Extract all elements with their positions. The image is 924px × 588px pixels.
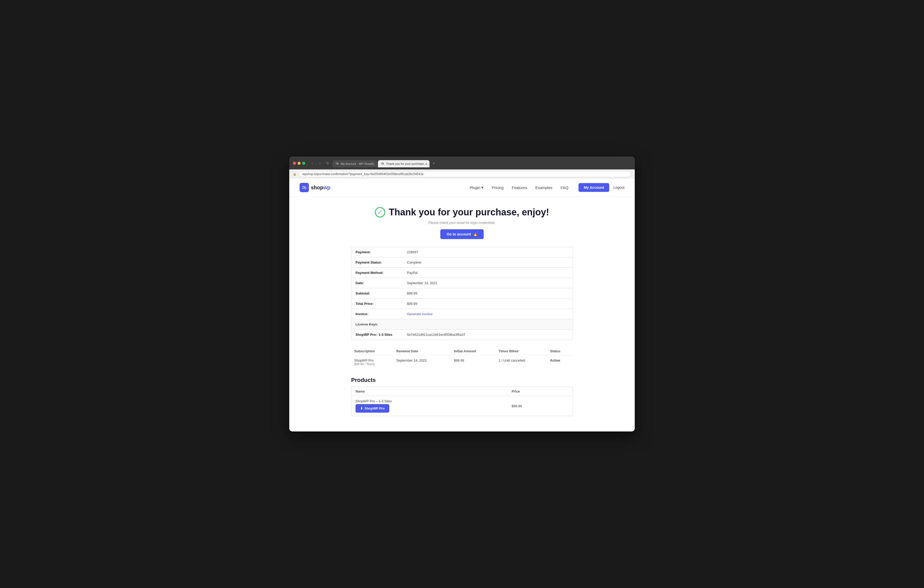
payment-row-date: Date: September 14, 2021 bbox=[351, 278, 573, 288]
method-label: Payment Method: bbox=[351, 268, 403, 278]
license-key-header-row: License Keys: bbox=[351, 319, 573, 330]
nav-faq[interactable]: FAQ bbox=[561, 185, 568, 190]
sub-col-subscription: Subscription bbox=[351, 347, 393, 355]
fire-emoji: 🔥 bbox=[473, 232, 477, 236]
sub-col-billed: Times Billed bbox=[495, 347, 547, 355]
download-label: ShopWP Pro bbox=[365, 406, 384, 410]
license-key-value: 5b7e621d911ca11b61ec9508ba3f6a37 bbox=[403, 330, 573, 340]
payment-row-status: Payment Status: Complete bbox=[351, 258, 573, 268]
products-header-row: Name Price bbox=[351, 387, 573, 396]
payment-row-invoice: Invoice: Generate Invoice bbox=[351, 309, 573, 319]
tab-favicon-1: 🛍 bbox=[336, 162, 339, 165]
nav-features[interactable]: Features bbox=[512, 185, 527, 190]
status-label: Payment Status: bbox=[351, 258, 403, 268]
products-title: Products bbox=[351, 377, 573, 383]
subscription-table: Subscription Renewal Date Initial Amount… bbox=[351, 347, 573, 369]
method-value: PayPal bbox=[403, 268, 573, 278]
total-value: $99.99 bbox=[403, 299, 573, 309]
browser-window: ‹ › ↻ 🛍 My Account - WP Shopify 🛍 Thank … bbox=[289, 157, 635, 431]
browser-controls: ‹ › ↻ 🛍 My Account - WP Shopify 🛍 Thank … bbox=[293, 159, 631, 167]
new-tab-button[interactable]: + bbox=[430, 159, 437, 167]
payment-value: 228697 bbox=[403, 247, 573, 258]
sub-name-sub: $99.99 / Yearly bbox=[354, 362, 390, 366]
address-bar-row: 🔒 wpshop.io/purchase-confirmation/?payme… bbox=[289, 169, 635, 179]
sub-times-billed: 1 / Until cancelled bbox=[495, 355, 547, 369]
forward-button[interactable]: › bbox=[317, 160, 323, 166]
sub-renewal-date: September 14, 2022 bbox=[393, 355, 450, 369]
logo-icon: 🛍 bbox=[300, 183, 309, 192]
maximize-button[interactable] bbox=[302, 162, 305, 165]
thank-you-title: Thank you for your purchase, enjoy! bbox=[389, 207, 549, 218]
nav-examples[interactable]: Examples bbox=[535, 185, 552, 190]
tab-favicon-2: 🛍 bbox=[381, 162, 384, 165]
download-button[interactable]: ⬇ ShopWP Pro bbox=[356, 404, 389, 413]
thank-you-icon-row: ✓ Thank you for your purchase, enjoy! bbox=[351, 207, 573, 218]
license-key-row: ShopWP Pro– 1-3 Sites 5b7e621d911ca11b61… bbox=[351, 330, 573, 340]
payment-row-subtotal: Subtotal: $99.99 bbox=[351, 288, 573, 299]
main-content: ✓ Thank you for your purchase, enjoy! Pl… bbox=[346, 197, 578, 431]
traffic-lights bbox=[293, 162, 305, 165]
browser-chrome: ‹ › ↻ 🛍 My Account - WP Shopify 🛍 Thank … bbox=[289, 157, 635, 179]
date-label: Date: bbox=[351, 278, 403, 288]
tab-thank-you[interactable]: 🛍 Thank you for your purchase, e... ✕ bbox=[378, 160, 429, 167]
products-section: Products Name Price ShopWP Pro – 1-3 Sit… bbox=[351, 377, 573, 416]
thank-you-subtitle: Please check your email for login creden… bbox=[351, 221, 573, 225]
invoice-value[interactable]: Generate Invoice bbox=[403, 309, 573, 319]
payment-table: Payment: 228697 Payment Status: Complete… bbox=[351, 247, 573, 340]
sub-col-status: Status bbox=[547, 347, 573, 355]
invoice-label: Invoice: bbox=[351, 309, 403, 319]
go-to-account-button[interactable]: Go to account 🔥 bbox=[441, 229, 483, 239]
check-circle-icon: ✓ bbox=[375, 207, 385, 217]
logo-text: shopwp bbox=[311, 185, 330, 191]
status-value: Complete bbox=[403, 258, 573, 268]
page-content: 🛍 shopwp Plugin ▾ Pricing Features Examp… bbox=[289, 179, 635, 431]
sub-name: ShopWP Pro $99.99 / Yearly bbox=[351, 355, 393, 369]
subtotal-label: Subtotal: bbox=[351, 288, 403, 299]
payment-row-total: Total Price: $99.99 bbox=[351, 299, 573, 309]
my-account-button[interactable]: My Account bbox=[579, 183, 609, 192]
go-to-account-label: Go to account bbox=[447, 232, 471, 236]
subtotal-value: $99.99 bbox=[403, 288, 573, 299]
subscription-row: ShopWP Pro $99.99 / Yearly September 14,… bbox=[351, 355, 573, 369]
payment-label: Payment: bbox=[351, 247, 403, 258]
sub-status: Active bbox=[547, 355, 573, 369]
nav-actions: My Account Logout bbox=[579, 183, 624, 192]
nav-pricing[interactable]: Pricing bbox=[492, 185, 503, 190]
subscription-header-row: Subscription Renewal Date Initial Amount… bbox=[351, 347, 573, 355]
generate-invoice-link[interactable]: Generate Invoice bbox=[407, 312, 432, 316]
sub-initial-amount: $99.99 bbox=[450, 355, 495, 369]
tab-label-1: My Account - WP Shopify bbox=[341, 162, 375, 165]
thank-you-header: ✓ Thank you for your purchase, enjoy! Pl… bbox=[351, 207, 573, 239]
license-product: ShopWP Pro– 1-3 Sites bbox=[351, 330, 403, 340]
download-icon: ⬇ bbox=[360, 406, 363, 410]
total-label: Total Price: bbox=[351, 299, 403, 309]
products-col-price: Price bbox=[508, 387, 573, 396]
tab-my-account[interactable]: 🛍 My Account - WP Shopify bbox=[333, 160, 378, 167]
nav-plugin[interactable]: Plugin ▾ bbox=[470, 185, 483, 190]
address-bar[interactable]: wpshop.io/purchase-confirmation/?payment… bbox=[299, 171, 631, 177]
product-price: $99.99 bbox=[508, 396, 573, 416]
products-table: Name Price ShopWP Pro – 1-3 Sites ⬇ Shop… bbox=[351, 386, 573, 416]
tab-label-2: Thank you for your purchase, e... bbox=[386, 162, 429, 165]
url-text: wpshop.io/purchase-confirmation/?payment… bbox=[302, 172, 424, 176]
logo[interactable]: 🛍 shopwp bbox=[300, 183, 330, 192]
date-value: September 14, 2021 bbox=[403, 278, 573, 288]
chevron-down-icon: ▾ bbox=[481, 185, 483, 190]
minimize-button[interactable] bbox=[297, 162, 300, 165]
navbar: 🛍 shopwp Plugin ▾ Pricing Features Examp… bbox=[289, 179, 635, 197]
reload-button[interactable]: ↻ bbox=[325, 160, 330, 166]
logout-button[interactable]: Logout bbox=[613, 185, 624, 190]
products-col-name: Name bbox=[351, 387, 508, 396]
sub-col-amount: Initial Amount bbox=[450, 347, 495, 355]
lock-icon: 🔒 bbox=[293, 173, 297, 176]
product-name-cell: ShopWP Pro – 1-3 Sites ⬇ ShopWP Pro bbox=[351, 396, 508, 416]
close-button[interactable] bbox=[293, 162, 296, 165]
sub-name-main: ShopWP Pro bbox=[354, 358, 390, 362]
sub-col-renewal: Renewal Date bbox=[393, 347, 450, 355]
payment-row-payment: Payment: 228697 bbox=[351, 247, 573, 258]
product-name: ShopWP Pro – 1-3 Sites bbox=[356, 399, 503, 403]
tabs-bar: 🛍 My Account - WP Shopify 🛍 Thank you fo… bbox=[333, 159, 437, 167]
products-row: ShopWP Pro – 1-3 Sites ⬇ ShopWP Pro $99.… bbox=[351, 396, 573, 416]
license-keys-label: License Keys: bbox=[351, 319, 573, 330]
back-button[interactable]: ‹ bbox=[309, 160, 315, 166]
